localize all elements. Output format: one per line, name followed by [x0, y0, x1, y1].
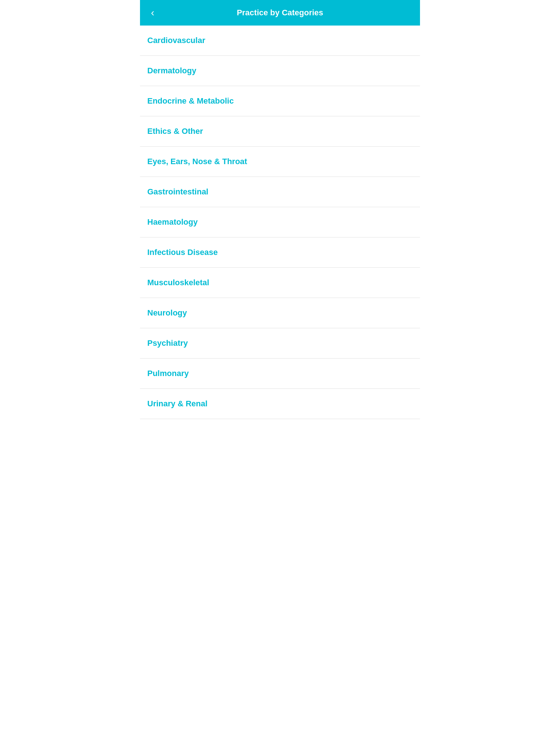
category-item-musculoskeletal[interactable]: Musculoskeletal: [140, 268, 420, 298]
category-item-gastrointestinal[interactable]: Gastrointestinal: [140, 177, 420, 207]
category-item-psychiatry[interactable]: Psychiatry: [140, 328, 420, 359]
category-link-musculoskeletal[interactable]: Musculoskeletal: [140, 268, 420, 298]
category-item-cardiovascular[interactable]: Cardiovascular: [140, 26, 420, 56]
category-item-eyes-ears-nose-throat[interactable]: Eyes, Ears, Nose & Throat: [140, 147, 420, 177]
category-item-ethics-other[interactable]: Ethics & Other: [140, 116, 420, 147]
app-header: ‹ Practice by Categories: [140, 0, 420, 26]
category-link-dermatology[interactable]: Dermatology: [140, 56, 420, 86]
back-button[interactable]: ‹: [147, 6, 158, 20]
category-link-gastrointestinal[interactable]: Gastrointestinal: [140, 177, 420, 207]
category-item-haematology[interactable]: Haematology: [140, 207, 420, 237]
category-link-infectious-disease[interactable]: Infectious Disease: [140, 237, 420, 267]
category-link-eyes-ears-nose-throat[interactable]: Eyes, Ears, Nose & Throat: [140, 147, 420, 177]
category-link-urinary-renal[interactable]: Urinary & Renal: [140, 389, 420, 419]
page-title: Practice by Categories: [237, 8, 323, 18]
category-link-endocrine-metabolic[interactable]: Endocrine & Metabolic: [140, 86, 420, 116]
category-link-pulmonary[interactable]: Pulmonary: [140, 359, 420, 388]
category-link-ethics-other[interactable]: Ethics & Other: [140, 116, 420, 146]
category-item-endocrine-metabolic[interactable]: Endocrine & Metabolic: [140, 86, 420, 116]
category-link-psychiatry[interactable]: Psychiatry: [140, 328, 420, 358]
category-link-haematology[interactable]: Haematology: [140, 207, 420, 237]
category-item-infectious-disease[interactable]: Infectious Disease: [140, 237, 420, 268]
category-item-neurology[interactable]: Neurology: [140, 298, 420, 328]
category-item-urinary-renal[interactable]: Urinary & Renal: [140, 389, 420, 419]
category-list: CardiovascularDermatologyEndocrine & Met…: [140, 26, 420, 419]
category-item-pulmonary[interactable]: Pulmonary: [140, 359, 420, 389]
category-link-neurology[interactable]: Neurology: [140, 298, 420, 328]
category-item-dermatology[interactable]: Dermatology: [140, 56, 420, 86]
category-link-cardiovascular[interactable]: Cardiovascular: [140, 26, 420, 55]
